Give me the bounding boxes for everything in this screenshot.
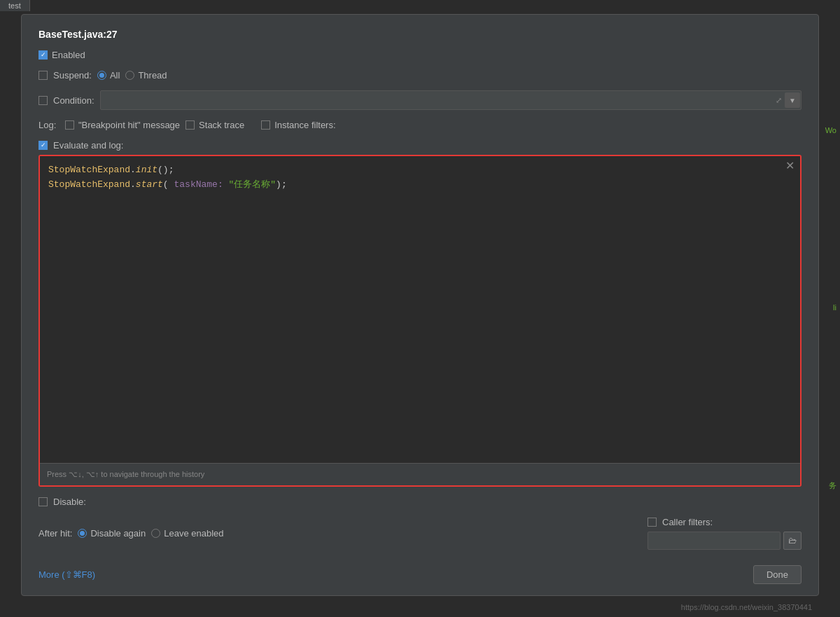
condition-row: Condition: ⤢ ▼ bbox=[38, 90, 802, 110]
condition-checkbox[interactable] bbox=[38, 96, 48, 105]
after-hit-label: After hit: bbox=[38, 528, 72, 539]
thread-radio[interactable] bbox=[125, 71, 134, 80]
disable-row: Disable: bbox=[38, 497, 802, 507]
enabled-checkbox-container[interactable]: Enabled bbox=[38, 50, 85, 60]
more-link[interactable]: More (⇧⌘F8) bbox=[38, 569, 95, 580]
top-tab-bar: test bbox=[0, 0, 798, 14]
stack-trace-container[interactable]: Stack trace bbox=[186, 120, 244, 130]
condition-checkbox-container[interactable] bbox=[38, 96, 48, 105]
bottom-bar: More (⇧⌘F8) Done bbox=[38, 560, 802, 584]
disable-checkbox[interactable] bbox=[38, 497, 48, 506]
evaluate-checkbox-container[interactable] bbox=[38, 141, 48, 150]
enabled-label: Enabled bbox=[52, 50, 85, 60]
log-row: Log: "Breakpoint hit" message Stack trac… bbox=[38, 120, 802, 130]
code-class-1: StopWatchExpand bbox=[48, 165, 130, 175]
disable-again-container[interactable]: Disable again bbox=[78, 528, 146, 539]
caller-filters-folder-btn[interactable]: 🗁 bbox=[783, 532, 802, 550]
all-radio[interactable] bbox=[97, 71, 106, 80]
after-hit-row: After hit: Disable again Leave enabled C… bbox=[38, 517, 802, 550]
folder-icon: 🗁 bbox=[788, 536, 797, 546]
history-hint-text: Press ⌥↓, ⌥↑ to navigate through the his… bbox=[47, 470, 204, 479]
stack-trace-checkbox[interactable] bbox=[186, 120, 195, 130]
code-method-2: start bbox=[136, 179, 163, 190]
breakpoint-dialog: BaseTest.java:27 Enabled Suspend: All Th… bbox=[21, 14, 819, 596]
evaluate-row-header: Evaluate and log: bbox=[38, 140, 802, 151]
suspend-label: Suspend: bbox=[53, 70, 92, 81]
code-line-2: StopWatchExpand.start( taskName: "任务名称")… bbox=[48, 178, 792, 193]
condition-input-wrapper: ⤢ ▼ bbox=[100, 90, 802, 110]
thread-label: Thread bbox=[138, 70, 167, 81]
code-string: "任务名称" bbox=[229, 179, 276, 190]
condition-label: Condition: bbox=[53, 95, 94, 106]
all-label: All bbox=[110, 70, 120, 81]
leave-enabled-label: Leave enabled bbox=[164, 528, 223, 539]
suspend-checkbox-container[interactable] bbox=[38, 71, 48, 80]
evaluate-checkbox[interactable] bbox=[38, 141, 48, 150]
code-parens-1: (); bbox=[158, 165, 174, 175]
suspend-checkbox[interactable] bbox=[38, 71, 48, 80]
disable-label: Disable: bbox=[53, 497, 86, 507]
code-line-1: StopWatchExpand.init(); bbox=[48, 163, 792, 178]
code-editor[interactable]: StopWatchExpand.init(); StopWatchExpand.… bbox=[40, 156, 800, 460]
dropdown-icon: ▼ bbox=[789, 97, 796, 104]
top-tab: test bbox=[0, 0, 30, 11]
breakpoint-hit-checkbox[interactable] bbox=[65, 120, 74, 130]
history-hint: Press ⌥↓, ⌥↑ to navigate through the his… bbox=[40, 463, 800, 485]
breakpoint-hit-container[interactable]: "Breakpoint hit" message bbox=[65, 120, 180, 130]
caller-filters-input[interactable] bbox=[648, 532, 780, 550]
leave-enabled-radio[interactable] bbox=[151, 529, 160, 538]
log-label: Log: bbox=[38, 120, 59, 130]
leave-enabled-container[interactable]: Leave enabled bbox=[151, 528, 223, 539]
caller-filters-checkbox[interactable] bbox=[648, 518, 657, 527]
dialog-title: BaseTest.java:27 bbox=[38, 29, 802, 40]
suspend-row: Suspend: All Thread bbox=[38, 70, 802, 81]
enabled-row: Enabled bbox=[38, 50, 802, 60]
caller-filters-row: Caller filters: bbox=[648, 517, 802, 527]
disable-again-label: Disable again bbox=[90, 528, 146, 539]
evaluate-log-label: Evaluate and log: bbox=[53, 140, 123, 151]
code-paren-open: ( bbox=[163, 179, 169, 190]
code-dot-1: . bbox=[130, 165, 136, 175]
thread-radio-container[interactable]: Thread bbox=[125, 70, 167, 81]
stack-trace-label: Stack trace bbox=[199, 120, 244, 130]
close-btn[interactable]: ✕ bbox=[785, 160, 794, 172]
instance-filters-label: Instance filters: bbox=[274, 120, 335, 130]
breakpoint-hit-label: "Breakpoint hit" message bbox=[78, 120, 180, 130]
disable-checkbox-container[interactable] bbox=[38, 497, 48, 506]
done-button[interactable]: Done bbox=[753, 565, 802, 584]
disable-again-radio[interactable] bbox=[78, 529, 87, 538]
caller-filters-section: Caller filters: 🗁 bbox=[648, 517, 802, 550]
caller-filters-checkbox-container[interactable] bbox=[648, 518, 657, 527]
code-class-2: StopWatchExpand bbox=[48, 179, 130, 190]
evaluate-section: Evaluate and log: StopWatchExpand.init()… bbox=[38, 140, 802, 487]
code-method-1: init bbox=[136, 165, 158, 175]
all-radio-container[interactable]: All bbox=[97, 70, 120, 81]
code-editor-wrapper: StopWatchExpand.init(); StopWatchExpand.… bbox=[38, 155, 802, 487]
enabled-checkbox[interactable] bbox=[38, 50, 48, 60]
instance-filters-container[interactable]: Instance filters: bbox=[261, 120, 335, 130]
code-dot-2: . bbox=[130, 179, 136, 190]
condition-input[interactable] bbox=[100, 90, 802, 110]
watermark: https://blog.csdn.net/weixin_38370441 bbox=[681, 603, 812, 611]
caller-filters-label: Caller filters: bbox=[662, 517, 713, 527]
code-param: taskName: bbox=[169, 179, 229, 190]
caller-filters-input-row: 🗁 bbox=[648, 532, 802, 550]
expand-icon[interactable]: ⤢ bbox=[776, 96, 782, 105]
instance-filters-checkbox[interactable] bbox=[261, 120, 270, 130]
condition-dropdown-btn[interactable]: ▼ bbox=[785, 92, 800, 108]
code-close: ); bbox=[276, 179, 287, 190]
